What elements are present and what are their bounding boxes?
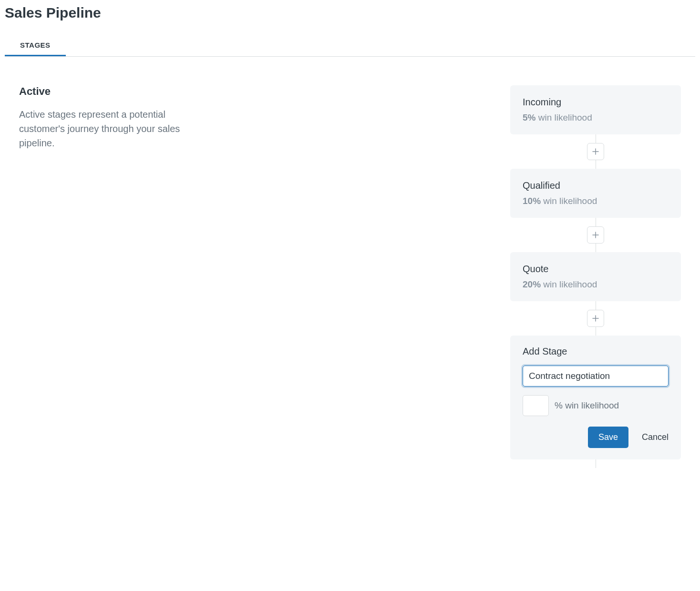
stage-pct: 10% xyxy=(523,196,541,206)
active-heading: Active xyxy=(19,85,181,98)
save-button[interactable]: Save xyxy=(588,427,628,448)
add-stage-button[interactable] xyxy=(587,310,604,327)
plus-icon xyxy=(592,315,599,322)
connector xyxy=(587,218,604,252)
win-pct-label: % win likelihood xyxy=(555,400,619,411)
connector xyxy=(587,301,604,336)
pipeline: Incoming 5% win likelihood Qualified xyxy=(510,85,681,468)
tabs: STAGES xyxy=(5,35,695,57)
stage-name: Qualified xyxy=(523,180,669,191)
add-stage-button[interactable] xyxy=(587,143,604,160)
cancel-button[interactable]: Cancel xyxy=(642,432,669,442)
connector-line xyxy=(596,301,596,310)
plus-icon xyxy=(592,232,599,238)
active-section: Active Active stages represent a potenti… xyxy=(19,85,181,468)
active-description: Active stages represent a potential cust… xyxy=(19,107,181,150)
connector-line xyxy=(596,160,596,169)
stage-pct-label: win likelihood xyxy=(543,196,597,206)
add-stage-button[interactable] xyxy=(587,226,604,244)
connector xyxy=(587,134,604,169)
connector-line xyxy=(596,244,596,252)
connector xyxy=(596,459,596,468)
stage-pct-label: win likelihood xyxy=(543,279,597,289)
stage-card-quote[interactable]: Quote 20% win likelihood xyxy=(510,252,681,301)
connector-line xyxy=(596,327,596,336)
connector-line xyxy=(596,459,596,468)
win-pct-input[interactable] xyxy=(523,395,549,416)
stage-pct: 5% xyxy=(523,112,535,122)
add-stage-card: Add Stage % win likelihood Save Cancel xyxy=(510,336,681,459)
stage-meta: 10% win likelihood xyxy=(523,196,669,206)
stage-card-incoming[interactable]: Incoming 5% win likelihood xyxy=(510,85,681,134)
connector-line xyxy=(596,134,596,143)
connector-line xyxy=(596,218,596,226)
stage-name-input[interactable] xyxy=(523,366,669,387)
stage-pct-label: win likelihood xyxy=(538,112,592,122)
tab-stages[interactable]: STAGES xyxy=(5,35,66,56)
stage-card-qualified[interactable]: Qualified 10% win likelihood xyxy=(510,169,681,218)
stage-meta: 5% win likelihood xyxy=(523,112,669,123)
add-stage-title: Add Stage xyxy=(523,346,669,357)
stage-name: Quote xyxy=(523,264,669,275)
plus-icon xyxy=(592,148,599,155)
stage-meta: 20% win likelihood xyxy=(523,279,669,290)
page-title: Sales Pipeline xyxy=(5,5,695,21)
stage-pct: 20% xyxy=(523,279,541,289)
stage-name: Incoming xyxy=(523,97,669,108)
